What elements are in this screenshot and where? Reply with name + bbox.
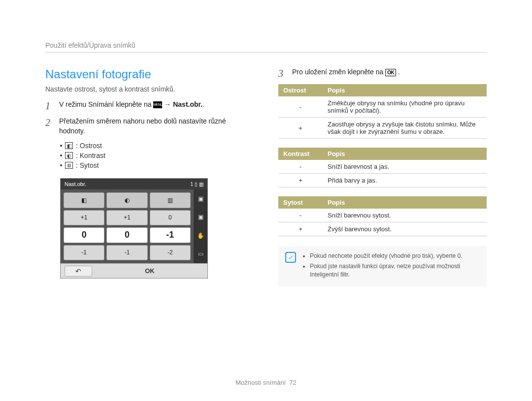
side-icon: ▣	[198, 214, 203, 220]
cell-val: Změkčuje obrysy na snímku (vhodné pro úp…	[323, 96, 487, 118]
note-item: Pokud nechcete použít efekty (vhodné pro…	[310, 252, 480, 260]
cell-val: Zvýší barevnou sytost.	[323, 222, 487, 236]
step-number: 3	[278, 67, 287, 78]
cell[interactable]: 0	[106, 227, 147, 243]
list-item: : Ostrost	[60, 142, 254, 150]
table-row: - Změkčuje obrysy na snímku (vhodné pro …	[278, 96, 487, 118]
cell-key: -	[278, 160, 323, 174]
step-number: 2	[45, 117, 54, 136]
back-button[interactable]: ↶	[65, 266, 92, 277]
th-kontrast: Kontrast	[278, 148, 323, 160]
cell-key: -	[278, 209, 323, 222]
device-screenshot: Nast.obr. 1 ▯ ▥ ◧ ◐ ▥ +1 +1	[60, 178, 208, 278]
table-ostrost: Ostrost Popis - Změkčuje obrysy na snímk…	[278, 84, 487, 139]
cell-val: Zaostřuje obrysy a zvyšuje tak čistotu s…	[323, 118, 487, 139]
th-popis: Popis	[323, 196, 487, 209]
side-icon: ▭	[198, 250, 203, 257]
cell-key: +	[278, 118, 323, 139]
table-row: ◧ ◐ ▥	[64, 192, 191, 208]
ok-button[interactable]: OK	[92, 267, 207, 275]
step-1-suffix: .	[202, 100, 204, 108]
ok-icon: OK	[385, 69, 396, 76]
info-icon: ✓	[285, 252, 296, 263]
cell[interactable]: -1	[64, 245, 104, 261]
th-popis: Popis	[323, 84, 487, 96]
cell-key: -	[278, 96, 323, 118]
cell[interactable]: +1	[106, 210, 147, 226]
step-2: 2 Přetažením směrem nahoru nebo dolů nas…	[45, 117, 254, 136]
cell[interactable]: -2	[150, 245, 191, 261]
cell[interactable]: +1	[64, 210, 104, 226]
step-number: 1	[45, 100, 54, 111]
note-item: Pokud jste nastavili funkci úprav, nelze…	[310, 262, 480, 279]
sharpness-icon	[65, 142, 73, 149]
bullet-icon	[60, 154, 62, 156]
col-saturation-icon: ▥	[150, 192, 191, 208]
footer-page: 72	[289, 379, 296, 386]
cell-key: +	[278, 222, 323, 236]
table-row: - Sníží barevnou sytost.	[278, 209, 487, 222]
arrow: →	[164, 100, 171, 108]
table-row: + Zaostřuje obrysy a zvyšuje tak čistotu…	[278, 118, 487, 139]
table-kontrast: Kontrast Popis - Sníží barevnost a jas. …	[278, 148, 487, 187]
note-box: ✓ Pokud nechcete použít efekty (vhodné p…	[278, 246, 487, 286]
cell-val: Sníží barevnost a jas.	[323, 160, 487, 174]
th-ostrost: Ostrost	[278, 84, 323, 96]
step-2-text: Přetažením směrem nahoru nebo dolů nasta…	[59, 117, 254, 136]
side-icons: ▣ ▣ ✋ ▭	[194, 189, 207, 263]
step-1-target: Nast.obr.	[173, 100, 202, 108]
cell[interactable]: 0	[150, 210, 191, 226]
bullet-icon	[60, 145, 62, 147]
left-column: Nastavení fotografie Nastavte ostrost, s…	[45, 67, 254, 286]
side-icon: ✋	[197, 232, 204, 239]
list-item: : Sytost	[60, 161, 254, 169]
saturation-icon	[65, 162, 73, 169]
contrast-icon	[65, 152, 73, 159]
cell[interactable]: -1	[150, 227, 191, 243]
step-1: 1 V režimu Snímání klepněte na MENU → Na…	[45, 100, 254, 111]
screenshot-count: 1	[190, 182, 193, 187]
memory-icon: ▯	[195, 182, 198, 187]
step-1-prefix: V režimu Snímání klepněte na	[59, 100, 153, 108]
table-row: +1 +1 0	[64, 210, 191, 226]
col-sharpness-icon: ◧	[64, 192, 104, 208]
cell-val: Sníží barevnou sytost.	[323, 209, 487, 222]
breadcrumb: Použití efektů/Úprava snímků	[45, 41, 487, 53]
table-row: -1 -1 -2	[64, 245, 191, 261]
table-row: - Sníží barevnost a jas.	[278, 160, 487, 174]
bullet-icon	[60, 164, 62, 166]
footer-label: Možnosti snímání	[235, 379, 286, 386]
icon-list: : Ostrost : Kontrast : Sytost	[60, 142, 254, 169]
sharpness-label: : Ostrost	[76, 142, 102, 150]
list-item: : Kontrast	[60, 152, 254, 159]
page-title: Nastavení fotografie	[45, 67, 254, 81]
page-subtitle: Nastavte ostrost, sytost a kontrast sním…	[45, 85, 254, 93]
th-sytost: Sytost	[278, 196, 323, 209]
right-column: 3 Pro uložení změn klepněte na OK . Ostr…	[278, 67, 487, 286]
table-sytost: Sytost Popis - Sníží barevnou sytost. + …	[278, 196, 487, 236]
cell[interactable]: -1	[106, 245, 147, 261]
table-row: + Zvýší barevnou sytost.	[278, 222, 487, 236]
saturation-label: : Sytost	[76, 161, 99, 169]
step-3-suffix: .	[398, 68, 400, 76]
cell-key: +	[278, 174, 323, 187]
step-3: 3 Pro uložení změn klepněte na OK .	[278, 67, 487, 78]
side-icon: ▣	[198, 195, 203, 202]
screenshot-title: Nast.obr.	[65, 181, 86, 187]
cell[interactable]: 0	[64, 227, 104, 243]
table-row: + Přidá barvy a jas.	[278, 174, 487, 187]
page-footer: Možnosti snímání 72	[0, 379, 532, 386]
th-popis: Popis	[323, 148, 487, 160]
menu-icon: MENU	[153, 101, 162, 108]
col-contrast-icon: ◐	[106, 192, 147, 208]
cell-val: Přidá barvy a jas.	[323, 174, 487, 187]
battery-icon: ▥	[199, 182, 203, 187]
table-row-active: 0 0 -1	[64, 227, 191, 243]
step-3-prefix: Pro uložení změn klepněte na	[292, 68, 385, 76]
contrast-label: : Kontrast	[76, 152, 105, 159]
